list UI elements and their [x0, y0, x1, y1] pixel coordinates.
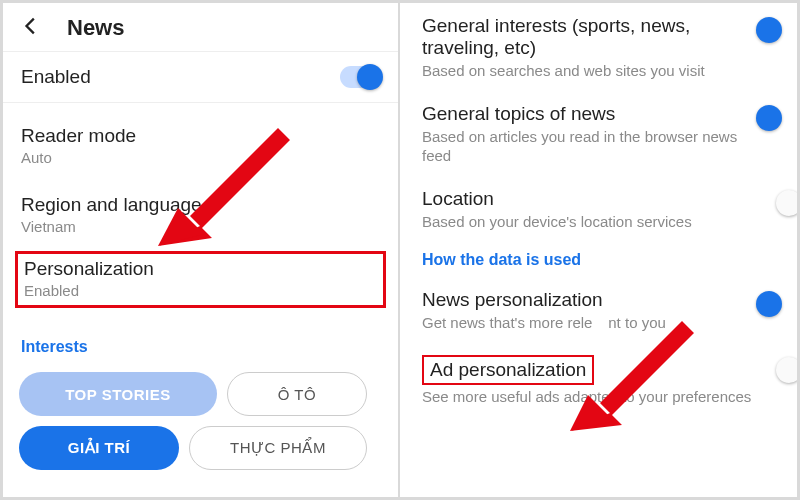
- ad-personalization-row[interactable]: Ad personalization See more useful ads a…: [422, 345, 779, 411]
- general-interests-label: General interests (sports, news, traveli…: [422, 15, 765, 59]
- back-icon[interactable]: [21, 15, 43, 41]
- ad-personalization-sub: See more useful ads adapted to your pref…: [422, 387, 765, 407]
- how-data-used-link[interactable]: How the data is used: [422, 243, 779, 279]
- ad-personalization-label: Ad personalization: [422, 355, 594, 385]
- ad-personalization-highlight: Ad personalization: [422, 355, 765, 385]
- news-settings-panel: News Enabled Reader mode Auto Region and…: [3, 3, 400, 497]
- personalization-detail-panel: General interests (sports, news, traveli…: [400, 3, 797, 497]
- general-topics-sub: Based on articles you read in the browse…: [422, 127, 765, 166]
- interest-chips: TOP STORIES Ô TÔ GIẢI TRÍ THỰC PHẨM: [3, 366, 398, 488]
- chip-thucpham[interactable]: THỰC PHẨM: [189, 426, 367, 470]
- header: News: [3, 3, 398, 52]
- general-interests-row[interactable]: General interests (sports, news, traveli…: [422, 5, 779, 93]
- personalization-row[interactable]: Personalization Enabled: [24, 258, 377, 299]
- personalization-highlight: Personalization Enabled: [15, 251, 386, 308]
- personalization-label: Personalization: [24, 258, 377, 280]
- news-personalization-row[interactable]: News personalization Get news that's mor…: [422, 279, 779, 345]
- region-label: Region and language: [21, 194, 380, 216]
- interests-section: Interests: [3, 308, 398, 366]
- enabled-row[interactable]: Enabled: [3, 52, 398, 103]
- chip-oto[interactable]: Ô TÔ: [227, 372, 367, 416]
- chip-giaitri[interactable]: GIẢI TRÍ: [19, 426, 179, 470]
- page-title: News: [67, 15, 124, 41]
- chip-top-stories[interactable]: TOP STORIES: [19, 372, 217, 416]
- personalization-value: Enabled: [24, 282, 377, 299]
- region-row[interactable]: Region and language Vietnam: [3, 176, 398, 245]
- general-topics-row[interactable]: General topics of news Based on articles…: [422, 93, 779, 178]
- reader-mode-row[interactable]: Reader mode Auto: [3, 103, 398, 176]
- general-interests-sub: Based on searches and web sites you visi…: [422, 61, 765, 81]
- location-label: Location: [422, 188, 765, 210]
- region-value: Vietnam: [21, 218, 380, 235]
- general-topics-label: General topics of news: [422, 103, 765, 125]
- reader-mode-label: Reader mode: [21, 125, 380, 147]
- news-personalization-sub: Get news that's more relevant to you: [422, 313, 765, 333]
- enabled-label: Enabled: [21, 66, 91, 88]
- location-sub: Based on your device's location services: [422, 212, 765, 232]
- enabled-toggle[interactable]: [340, 66, 380, 88]
- reader-mode-value: Auto: [21, 149, 380, 166]
- news-personalization-label: News personalization: [422, 289, 765, 311]
- location-row[interactable]: Location Based on your device's location…: [422, 178, 779, 244]
